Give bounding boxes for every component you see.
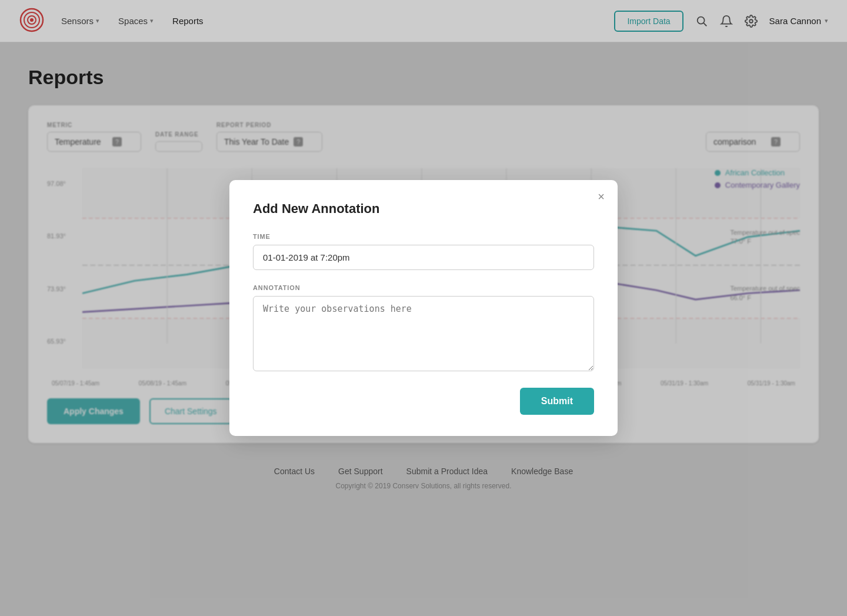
modal-actions: Submit (253, 388, 594, 415)
annotation-field: ANNOTATION (253, 284, 594, 374)
add-annotation-modal: × Add New Annotation TIME ANNOTATION Sub… (229, 180, 618, 436)
modal-overlay[interactable]: × Add New Annotation TIME ANNOTATION Sub… (0, 0, 847, 616)
time-input[interactable] (253, 245, 594, 270)
annotation-textarea[interactable] (253, 296, 594, 371)
time-field: TIME (253, 233, 594, 270)
modal-title: Add New Annotation (253, 201, 594, 217)
annotation-label: ANNOTATION (253, 284, 594, 291)
submit-button[interactable]: Submit (520, 388, 594, 415)
modal-close-button[interactable]: × (598, 191, 605, 202)
time-label: TIME (253, 233, 594, 240)
